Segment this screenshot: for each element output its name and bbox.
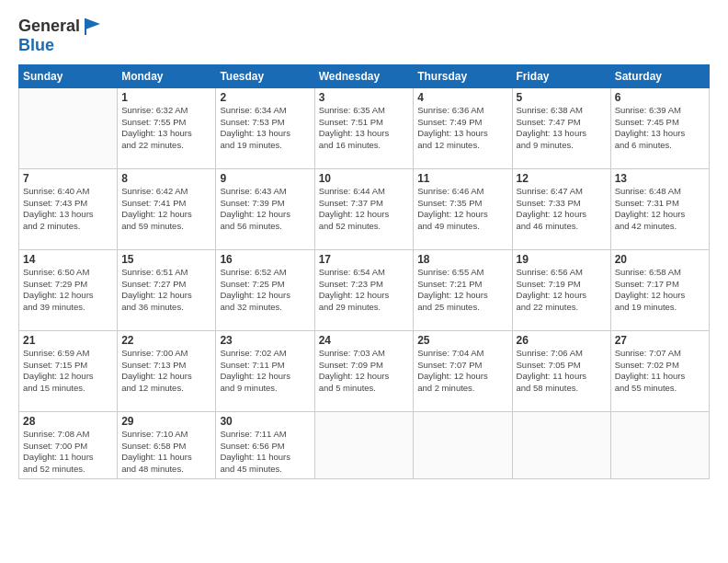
svg-marker-0 (85, 18, 100, 29)
calendar-cell: 26Sunrise: 7:06 AM Sunset: 7:05 PM Dayli… (512, 330, 610, 411)
weekday-header-thursday: Thursday (414, 64, 512, 87)
day-number: 5 (517, 91, 607, 104)
day-number: 29 (121, 415, 211, 428)
weekday-header-friday: Friday (512, 64, 610, 87)
calendar-week-row: 14Sunrise: 6:50 AM Sunset: 7:29 PM Dayli… (19, 249, 710, 330)
calendar-cell: 23Sunrise: 7:02 AM Sunset: 7:11 PM Dayli… (216, 330, 314, 411)
calendar-cell: 27Sunrise: 7:07 AM Sunset: 7:02 PM Dayli… (610, 330, 709, 411)
calendar-table: SundayMondayTuesdayWednesdayThursdayFrid… (18, 64, 710, 479)
day-info: Sunrise: 7:10 AM Sunset: 6:58 PM Dayligh… (121, 429, 211, 476)
calendar-cell: 28Sunrise: 7:08 AM Sunset: 7:00 PM Dayli… (19, 411, 118, 478)
day-info: Sunrise: 6:32 AM Sunset: 7:55 PM Dayligh… (121, 105, 211, 152)
day-number: 4 (417, 91, 507, 104)
day-info: Sunrise: 6:50 AM Sunset: 7:29 PM Dayligh… (23, 267, 113, 314)
day-info: Sunrise: 7:03 AM Sunset: 7:09 PM Dayligh… (319, 348, 410, 395)
calendar-cell: 5Sunrise: 6:38 AM Sunset: 7:47 PM Daylig… (512, 87, 610, 168)
logo-flag-icon (82, 17, 102, 37)
calendar-cell: 3Sunrise: 6:35 AM Sunset: 7:51 PM Daylig… (314, 87, 414, 168)
calendar-cell (512, 411, 610, 478)
day-number: 21 (23, 334, 113, 347)
calendar-cell: 4Sunrise: 6:36 AM Sunset: 7:49 PM Daylig… (414, 87, 512, 168)
day-number: 13 (615, 172, 705, 185)
calendar-cell: 19Sunrise: 6:56 AM Sunset: 7:19 PM Dayli… (512, 249, 610, 330)
day-info: Sunrise: 6:55 AM Sunset: 7:21 PM Dayligh… (417, 267, 507, 314)
calendar-cell: 15Sunrise: 6:51 AM Sunset: 7:27 PM Dayli… (118, 249, 216, 330)
calendar-cell: 6Sunrise: 6:39 AM Sunset: 7:45 PM Daylig… (610, 87, 709, 168)
day-number: 19 (517, 253, 607, 266)
logo-general: General (18, 17, 80, 36)
calendar-cell: 16Sunrise: 6:52 AM Sunset: 7:25 PM Dayli… (216, 249, 314, 330)
calendar-cell: 10Sunrise: 6:44 AM Sunset: 7:37 PM Dayli… (314, 168, 414, 249)
day-number: 28 (23, 415, 113, 428)
day-info: Sunrise: 6:48 AM Sunset: 7:31 PM Dayligh… (615, 186, 705, 233)
calendar-cell: 20Sunrise: 6:58 AM Sunset: 7:17 PM Dayli… (610, 249, 709, 330)
day-info: Sunrise: 6:39 AM Sunset: 7:45 PM Dayligh… (615, 105, 705, 152)
weekday-header-row: SundayMondayTuesdayWednesdayThursdayFrid… (19, 64, 710, 87)
calendar-cell: 24Sunrise: 7:03 AM Sunset: 7:09 PM Dayli… (314, 330, 414, 411)
svg-rect-1 (85, 18, 86, 35)
calendar-cell: 13Sunrise: 6:48 AM Sunset: 7:31 PM Dayli… (610, 168, 709, 249)
logo: General Blue (18, 17, 102, 55)
day-number: 12 (517, 172, 607, 185)
day-number: 3 (319, 91, 410, 104)
calendar-cell: 21Sunrise: 6:59 AM Sunset: 7:15 PM Dayli… (19, 330, 118, 411)
day-number: 18 (417, 253, 507, 266)
weekday-header-sunday: Sunday (19, 64, 118, 87)
day-number: 25 (417, 334, 507, 347)
day-info: Sunrise: 7:04 AM Sunset: 7:07 PM Dayligh… (417, 348, 507, 395)
day-info: Sunrise: 7:00 AM Sunset: 7:13 PM Dayligh… (121, 348, 211, 395)
day-number: 14 (23, 253, 113, 266)
day-number: 30 (220, 415, 310, 428)
day-info: Sunrise: 6:56 AM Sunset: 7:19 PM Dayligh… (517, 267, 607, 314)
day-number: 17 (319, 253, 410, 266)
day-info: Sunrise: 6:43 AM Sunset: 7:39 PM Dayligh… (220, 186, 310, 233)
calendar-cell: 14Sunrise: 6:50 AM Sunset: 7:29 PM Dayli… (19, 249, 118, 330)
day-number: 6 (615, 91, 705, 104)
day-info: Sunrise: 7:11 AM Sunset: 6:56 PM Dayligh… (220, 429, 310, 476)
calendar-week-row: 7Sunrise: 6:40 AM Sunset: 7:43 PM Daylig… (19, 168, 710, 249)
day-number: 26 (517, 334, 607, 347)
calendar-cell: 1Sunrise: 6:32 AM Sunset: 7:55 PM Daylig… (118, 87, 216, 168)
day-info: Sunrise: 6:59 AM Sunset: 7:15 PM Dayligh… (23, 348, 113, 395)
calendar-cell: 17Sunrise: 6:54 AM Sunset: 7:23 PM Dayli… (314, 249, 414, 330)
day-info: Sunrise: 6:38 AM Sunset: 7:47 PM Dayligh… (517, 105, 607, 152)
day-number: 20 (615, 253, 705, 266)
day-info: Sunrise: 6:40 AM Sunset: 7:43 PM Dayligh… (23, 186, 113, 233)
calendar-cell (19, 87, 118, 168)
calendar-cell: 8Sunrise: 6:42 AM Sunset: 7:41 PM Daylig… (118, 168, 216, 249)
calendar-cell (314, 411, 414, 478)
calendar-week-row: 1Sunrise: 6:32 AM Sunset: 7:55 PM Daylig… (19, 87, 710, 168)
calendar-cell: 22Sunrise: 7:00 AM Sunset: 7:13 PM Dayli… (118, 330, 216, 411)
day-info: Sunrise: 7:08 AM Sunset: 7:00 PM Dayligh… (23, 429, 113, 476)
day-info: Sunrise: 6:44 AM Sunset: 7:37 PM Dayligh… (319, 186, 410, 233)
calendar-cell: 18Sunrise: 6:55 AM Sunset: 7:21 PM Dayli… (414, 249, 512, 330)
day-number: 1 (121, 91, 211, 104)
day-number: 24 (319, 334, 410, 347)
calendar-week-row: 21Sunrise: 6:59 AM Sunset: 7:15 PM Dayli… (19, 330, 710, 411)
day-number: 8 (121, 172, 211, 185)
weekday-header-wednesday: Wednesday (314, 64, 414, 87)
weekday-header-saturday: Saturday (610, 64, 709, 87)
calendar-cell: 2Sunrise: 6:34 AM Sunset: 7:53 PM Daylig… (216, 87, 314, 168)
weekday-header-monday: Monday (118, 64, 216, 87)
day-info: Sunrise: 6:52 AM Sunset: 7:25 PM Dayligh… (220, 267, 310, 314)
day-info: Sunrise: 6:51 AM Sunset: 7:27 PM Dayligh… (121, 267, 211, 314)
day-number: 27 (615, 334, 705, 347)
calendar-cell: 9Sunrise: 6:43 AM Sunset: 7:39 PM Daylig… (216, 168, 314, 249)
calendar-cell (414, 411, 512, 478)
calendar-cell: 7Sunrise: 6:40 AM Sunset: 7:43 PM Daylig… (19, 168, 118, 249)
day-number: 7 (23, 172, 113, 185)
calendar-cell: 29Sunrise: 7:10 AM Sunset: 6:58 PM Dayli… (118, 411, 216, 478)
day-number: 15 (121, 253, 211, 266)
day-info: Sunrise: 6:34 AM Sunset: 7:53 PM Dayligh… (220, 105, 310, 152)
calendar-cell: 12Sunrise: 6:47 AM Sunset: 7:33 PM Dayli… (512, 168, 610, 249)
day-number: 2 (220, 91, 310, 104)
calendar-cell: 11Sunrise: 6:46 AM Sunset: 7:35 PM Dayli… (414, 168, 512, 249)
day-number: 10 (319, 172, 410, 185)
day-number: 22 (121, 334, 211, 347)
calendar-cell (610, 411, 709, 478)
calendar-cell: 30Sunrise: 7:11 AM Sunset: 6:56 PM Dayli… (216, 411, 314, 478)
logo-blue: Blue (18, 37, 102, 55)
day-info: Sunrise: 6:42 AM Sunset: 7:41 PM Dayligh… (121, 186, 211, 233)
calendar-week-row: 28Sunrise: 7:08 AM Sunset: 7:00 PM Dayli… (19, 411, 710, 478)
